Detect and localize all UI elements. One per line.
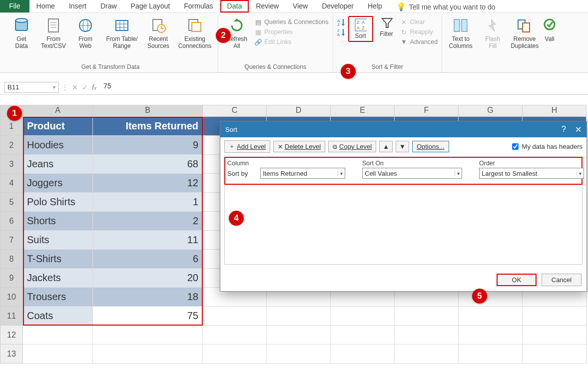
row-header-11[interactable]: 11 bbox=[0, 307, 23, 326]
dialog-help-icon[interactable]: ? bbox=[562, 125, 566, 134]
cell-product[interactable]: Jackets bbox=[23, 269, 93, 288]
move-down-button[interactable]: ▼ bbox=[396, 141, 409, 152]
dialog-titlebar[interactable]: Sort ? ✕ bbox=[220, 121, 587, 137]
properties-button[interactable]: ▦Properties bbox=[254, 28, 329, 36]
tab-insert[interactable]: Insert bbox=[62, 0, 93, 12]
col-header-c[interactable]: C bbox=[203, 105, 267, 117]
col-header-f[interactable]: F bbox=[395, 105, 459, 117]
cancel-formula-icon[interactable]: ✕ bbox=[72, 83, 78, 91]
tell-me[interactable]: 💡 Tell me what you want to do bbox=[389, 0, 503, 12]
has-headers-check[interactable]: My data has headers bbox=[510, 142, 583, 151]
row-header-8[interactable]: 8 bbox=[0, 250, 23, 269]
name-box[interactable]: B11 bbox=[4, 82, 59, 93]
sort-desc-button[interactable]: ZA bbox=[337, 28, 345, 36]
sort-order-combo[interactable]: Largest to Smallest▾ bbox=[479, 168, 584, 179]
row-header-12[interactable]: 12 bbox=[0, 326, 23, 345]
from-table-range-button[interactable]: From Table/ Range bbox=[103, 16, 141, 50]
reapply-button[interactable]: ↻Reapply bbox=[400, 28, 438, 36]
cell-returned[interactable]: 1 bbox=[93, 193, 203, 212]
from-text-csv-button[interactable]: From Text/CSV bbox=[39, 16, 68, 50]
tab-draw[interactable]: Draw bbox=[93, 0, 124, 12]
remove-duplicates-icon bbox=[516, 17, 533, 34]
row-header-3[interactable]: 3 bbox=[0, 155, 23, 174]
col-header-a[interactable]: A bbox=[23, 105, 93, 117]
enter-formula-icon[interactable]: ✓ bbox=[82, 83, 88, 91]
cancel-button[interactable]: Cancel bbox=[542, 274, 582, 286]
cell-product[interactable]: Suits bbox=[23, 231, 93, 250]
row-header-6[interactable]: 6 bbox=[0, 212, 23, 231]
existing-connections-button[interactable]: Existing Connections bbox=[176, 16, 214, 50]
col-header-h[interactable]: H bbox=[523, 105, 587, 117]
cell-returned[interactable]: 6 bbox=[93, 250, 203, 269]
criteria-highlight: Column Sort On Order Sort by Items Retur… bbox=[224, 157, 583, 185]
from-web-button[interactable]: From Web bbox=[71, 16, 100, 50]
tab-view[interactable]: View bbox=[286, 0, 315, 12]
row-header-4[interactable]: 4 bbox=[0, 174, 23, 193]
flash-fill-button[interactable]: Flash Fill bbox=[478, 16, 507, 50]
cell-returned[interactable]: 18 bbox=[93, 288, 203, 307]
col-header-d[interactable]: D bbox=[267, 105, 331, 117]
delete-level-button[interactable]: ✕ Delete Level bbox=[273, 141, 325, 152]
row-header-9[interactable]: 9 bbox=[0, 269, 23, 288]
fx-icon[interactable]: fx bbox=[92, 83, 96, 91]
row-header-5[interactable]: 5 bbox=[0, 193, 23, 212]
cell-returned[interactable]: 2 bbox=[93, 212, 203, 231]
move-up-button[interactable]: ▲ bbox=[379, 141, 393, 152]
globe-icon bbox=[77, 17, 94, 34]
tab-page-layout[interactable]: Page Layout bbox=[124, 0, 177, 12]
advanced-filter-button[interactable]: ▼Advanced bbox=[400, 38, 438, 46]
queries-connections-button[interactable]: ▤Queries & Connections bbox=[254, 18, 329, 26]
row-header-2[interactable]: 2 bbox=[0, 136, 23, 155]
sort-on-combo[interactable]: Cell Values▾ bbox=[362, 168, 462, 179]
cell-returned[interactable]: 11 bbox=[93, 231, 203, 250]
col-header-g[interactable]: G bbox=[459, 105, 523, 117]
filter-button[interactable]: Filter bbox=[376, 16, 397, 38]
cell-product[interactable]: Jeans bbox=[23, 155, 93, 174]
cell-returned[interactable]: 75 bbox=[93, 307, 203, 326]
cell-returned[interactable]: 12 bbox=[93, 174, 203, 193]
cell-product[interactable]: Polo Shirts bbox=[23, 193, 93, 212]
cell-product[interactable]: Coats bbox=[23, 307, 93, 326]
cell-returned[interactable]: 9 bbox=[93, 136, 203, 155]
cell-product[interactable]: Trousers bbox=[23, 288, 93, 307]
cell-returned[interactable]: 20 bbox=[93, 269, 203, 288]
formula-input[interactable]: 75 bbox=[99, 82, 584, 93]
header-returned[interactable]: Items Returned bbox=[93, 117, 203, 136]
advanced-icon: ▼ bbox=[400, 38, 408, 46]
tab-file[interactable]: File bbox=[0, 0, 29, 12]
cell-product[interactable]: Joggers bbox=[23, 174, 93, 193]
tab-help[interactable]: Help bbox=[361, 0, 389, 12]
text-to-columns-button[interactable]: Text to Columns bbox=[446, 16, 475, 50]
cell-returned[interactable]: 68 bbox=[93, 155, 203, 174]
tab-review[interactable]: Review bbox=[249, 0, 286, 12]
tab-developer[interactable]: Developer bbox=[315, 0, 361, 12]
ok-button[interactable]: OK bbox=[497, 274, 537, 286]
sort-button[interactable]: ZAAZ Sort bbox=[350, 18, 371, 40]
sort-column-combo[interactable]: Items Returned▾ bbox=[260, 168, 345, 179]
cell-product[interactable]: Shorts bbox=[23, 212, 93, 231]
sort-asc-button[interactable]: AZ bbox=[337, 18, 345, 26]
col-header-e[interactable]: E bbox=[331, 105, 395, 117]
remove-duplicates-button[interactable]: Remove Duplicates bbox=[510, 16, 539, 50]
data-validation-button[interactable]: Vali bbox=[542, 16, 557, 43]
get-data-button[interactable]: Get Data bbox=[7, 16, 36, 50]
tab-formulas[interactable]: Formulas bbox=[177, 0, 220, 12]
add-level-button[interactable]: ＋ Add Level bbox=[224, 140, 270, 153]
has-headers-checkbox[interactable] bbox=[512, 143, 519, 150]
header-product[interactable]: Product bbox=[23, 117, 93, 136]
tab-home[interactable]: Home bbox=[29, 0, 62, 12]
clear-filter-button[interactable]: ✕Clear bbox=[400, 18, 438, 26]
tab-data[interactable]: Data bbox=[220, 0, 249, 12]
dialog-close-icon[interactable]: ✕ bbox=[575, 125, 582, 134]
col-header-b[interactable]: B bbox=[93, 105, 203, 117]
options-button[interactable]: Options... bbox=[412, 141, 449, 152]
file-csv-icon bbox=[45, 17, 62, 34]
copy-level-button[interactable]: ⧉ Copy Level bbox=[328, 141, 376, 152]
row-header-10[interactable]: 10 bbox=[0, 288, 23, 307]
cell-product[interactable]: Hoodies bbox=[23, 136, 93, 155]
row-header-7[interactable]: 7 bbox=[0, 231, 23, 250]
edit-links-button[interactable]: 🔗Edit Links bbox=[254, 38, 329, 46]
cell-product[interactable]: T-Shirts bbox=[23, 250, 93, 269]
row-header-13[interactable]: 13 bbox=[0, 345, 23, 364]
recent-sources-button[interactable]: Recent Sources bbox=[144, 16, 173, 50]
